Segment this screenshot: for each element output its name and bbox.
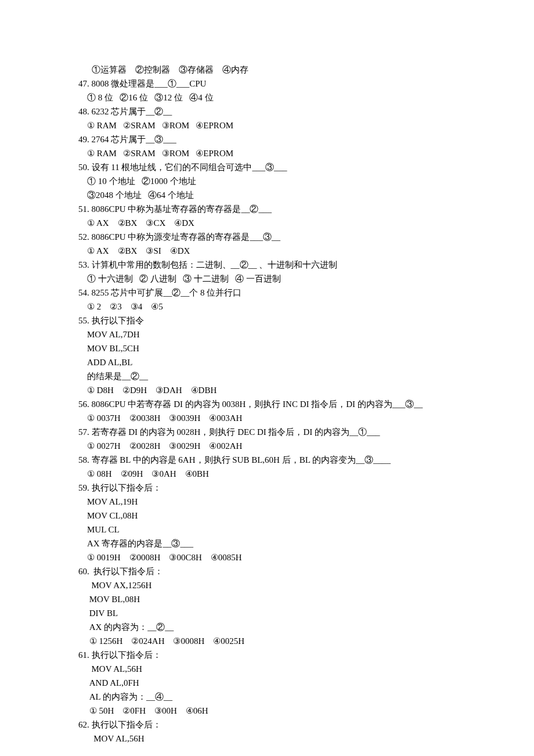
text-line: MOV BL,5CH: [78, 341, 493, 355]
text-line: 54. 8255 芯片中可扩展__②__个 8 位并行口: [78, 286, 493, 300]
text-line: MOV AL,56H: [78, 662, 493, 676]
text-line: ①运算器 ②控制器 ③存储器 ④内存: [78, 63, 493, 77]
text-line: ① 08H ②09H ③0AH ④0BH: [78, 467, 493, 481]
text-line: ① RAM ②SRAM ③ROM ④EPROM: [78, 118, 493, 132]
text-line: 57. 若寄存器 DI 的内容为 0028H，则执行 DEC DI 指令后，DI…: [78, 425, 493, 439]
text-line: 48. 6232 芯片属于__②__: [78, 105, 493, 118]
text-line: ① 10 个地址 ②1000 个地址: [78, 174, 493, 188]
text-line: ① 0019H ②0008H ③00C8H ④0085H: [78, 550, 493, 564]
text-line: AX 寄存器的内容是__③___: [78, 537, 493, 550]
text-line: ① 2 ②3 ③4 ④5: [78, 300, 493, 314]
text-line: MOV CL,08H: [78, 509, 493, 523]
text-line: AL 的内容为：__④__: [78, 690, 493, 704]
text-line: ③2048 个地址 ④64 个地址: [78, 188, 493, 202]
text-line: ① D8H ②D9H ③DAH ④DBH: [78, 383, 493, 397]
text-line: 52. 8086CPU 中称为源变址寄存器的寄存器是___③__: [78, 230, 493, 244]
text-line: AX 的内容为：__②__: [78, 620, 493, 634]
content-container: ①运算器 ②控制器 ③存储器 ④内存47. 8008 微处理器是___①___C…: [78, 63, 493, 746]
text-line: DIV BL: [78, 606, 493, 620]
text-line: 62. 执行以下指令后：: [78, 718, 493, 732]
text-line: ① AX ②BX ③CX ④DX: [78, 216, 493, 230]
text-line: MUL CL: [78, 523, 493, 537]
text-line: MOV AL,19H: [78, 495, 493, 509]
text-line: ① AX ②BX ③SI ④DX: [78, 244, 493, 258]
text-line: ① 十六进制 ② 八进制 ③ 十二进制 ④ 一百进制: [78, 272, 493, 286]
text-line: ① 8 位 ②16 位 ③12 位 ④4 位: [78, 91, 493, 105]
text-line: MOV AX,1256H: [78, 578, 493, 592]
text-line: ① 1256H ②024AH ③0008H ④0025H: [78, 634, 493, 648]
text-line: ① RAM ②SRAM ③ROM ④EPROM: [78, 146, 493, 160]
text-line: AND AL,0FH: [78, 676, 493, 690]
text-line: 53. 计算机中常用的数制包括：二进制、__②__ 、十进制和十六进制: [78, 258, 493, 272]
text-line: 60. 执行以下指令后：: [78, 564, 493, 578]
text-line: ① 0037H ②0038H ③0039H ④003AH: [78, 411, 493, 425]
text-line: MOV BL,08H: [78, 592, 493, 606]
text-line: 61. 执行以下指令后：: [78, 648, 493, 662]
text-line: 50. 设有 11 根地址线，它们的不同组合可选中___③___: [78, 160, 493, 174]
text-line: 58. 寄存器 BL 中的内容是 6AH，则执行 SUB BL,60H 后，BL…: [78, 453, 493, 467]
text-line: 47. 8008 微处理器是___①___CPU: [78, 77, 493, 91]
text-line: MOV AL,7DH: [78, 327, 493, 341]
text-line: ① 0027H ②0028H ③0029H ④002AH: [78, 439, 493, 453]
document-page: ①运算器 ②控制器 ③存储器 ④内存47. 8008 微处理器是___①___C…: [0, 0, 534, 756]
text-line: MOV AL,56H: [78, 732, 493, 746]
text-line: ADD AL,BL: [78, 355, 493, 369]
text-line: 56. 8086CPU 中若寄存器 DI 的内容为 0038H，则执行 INC …: [78, 397, 493, 411]
text-line: 51. 8086CPU 中称为基址寄存器的寄存器是__②___: [78, 202, 493, 216]
text-line: 55. 执行以下指令: [78, 314, 493, 327]
text-line: 59. 执行以下指令后：: [78, 481, 493, 495]
text-line: ① 50H ②0FH ③00H ④06H: [78, 704, 493, 718]
text-line: 49. 2764 芯片属于__③___: [78, 132, 493, 146]
text-line: 的结果是__②__: [78, 369, 493, 383]
